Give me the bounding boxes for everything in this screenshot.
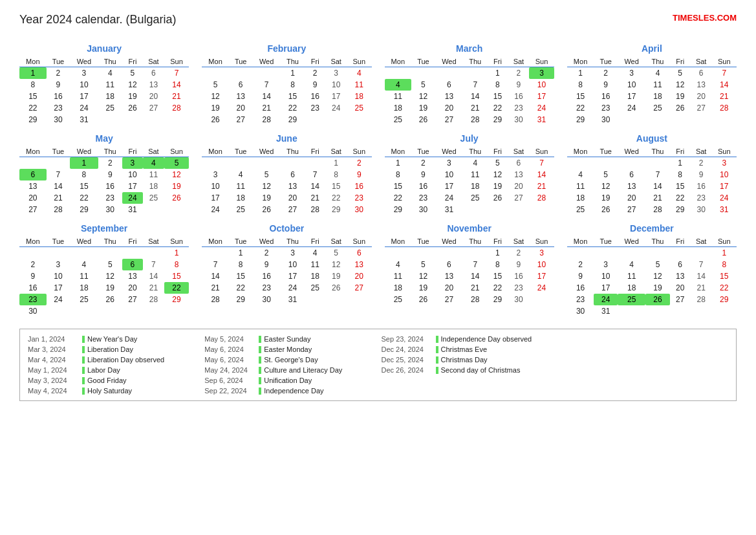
month-table: MonTueWedThuFriSatSun1234567891011121314…	[19, 236, 189, 317]
calendar-day: 24	[712, 192, 737, 204]
legend-date: Mar 3, 2024	[28, 345, 80, 353]
calendar-day: 30	[691, 204, 712, 215]
weekday-header: Fri	[305, 146, 325, 157]
calendar-day: 31	[594, 305, 618, 317]
calendar-day: 10	[202, 180, 229, 192]
weekday-header: Wed	[252, 236, 280, 247]
calendar-day: 8	[229, 259, 253, 270]
weekday-header: Sun	[164, 236, 189, 247]
calendar-day: 7	[202, 259, 229, 270]
calendar-day: 5	[98, 259, 122, 270]
weekday-header: Sat	[325, 146, 347, 157]
calendar-day: 21	[463, 282, 487, 294]
calendar-day: 3	[594, 259, 618, 270]
month-block-june: JuneMonTueWedThuFriSatSun123456789101112…	[202, 133, 371, 215]
calendar-day: 17	[529, 270, 554, 282]
calendar-day: 1	[567, 67, 594, 80]
legend-entry	[558, 377, 728, 384]
site-link[interactable]: TIMESLES.COM	[673, 13, 737, 23]
calendar-day: 20	[122, 282, 143, 294]
calendar-day: 24	[529, 282, 554, 294]
legend-entry	[558, 356, 728, 364]
weekday-header: Thu	[463, 236, 487, 247]
legend-entry: May 24, 2024Culture and Literacy Day	[204, 366, 374, 374]
calendar-day: 10	[70, 79, 98, 91]
weekday-header: Sat	[508, 146, 529, 157]
calendar-day: 3	[281, 247, 305, 259]
calendar-day: 15	[712, 270, 737, 282]
calendar-day: 22	[70, 192, 98, 204]
calendar-day: 2	[47, 67, 70, 80]
calendar-day	[19, 157, 47, 169]
calendar-day: 27	[19, 204, 47, 215]
calendar-day: 29	[487, 114, 508, 126]
calendar-day: 2	[567, 259, 594, 270]
calendar-day: 21	[712, 91, 737, 102]
calendar-day: 29	[19, 114, 47, 126]
calendar-day	[202, 157, 229, 169]
calendar-day: 7	[252, 79, 280, 91]
calendar-day: 28	[691, 294, 712, 305]
calendar-day: 3	[325, 67, 347, 80]
calendar-day: 15	[19, 91, 47, 102]
legend-date: May 24, 2024	[204, 366, 256, 374]
weekday-header: Wed	[618, 56, 645, 67]
calendar-day	[122, 305, 143, 317]
calendar-day	[143, 247, 164, 259]
calendar-day	[463, 67, 487, 80]
calendar-day: 1	[229, 247, 253, 259]
weekday-header: Mon	[202, 56, 229, 67]
legend-entry: Sep 6, 2024Unification Day	[204, 377, 374, 384]
calendar-day: 25	[385, 114, 412, 126]
calendar-day: 13	[435, 91, 463, 102]
legend-entry	[382, 387, 552, 395]
calendar-day: 18	[463, 180, 487, 192]
calendar-day: 15	[70, 180, 98, 192]
calendar-day: 26	[670, 102, 691, 114]
month-title: October	[202, 223, 371, 234]
calendar-day	[325, 294, 347, 305]
calendar-day: 3	[122, 157, 143, 169]
calendar-day: 20	[19, 192, 47, 204]
weekday-header: Sat	[325, 236, 347, 247]
calendar-day: 6	[347, 247, 371, 259]
calendar-day: 12	[202, 91, 229, 102]
calendar-day: 8	[325, 169, 347, 180]
calendar-day: 22	[487, 282, 508, 294]
calendar-day: 31	[529, 114, 554, 126]
weekday-header: Wed	[252, 146, 280, 157]
calendar-day: 30	[98, 204, 122, 215]
weekday-header: Mon	[385, 146, 412, 157]
calendar-day	[122, 247, 143, 259]
weekday-header: Fri	[670, 56, 691, 67]
calendar-day	[305, 157, 325, 169]
calendar-day: 2	[305, 67, 325, 80]
calendar-day: 28	[252, 114, 280, 126]
calendar-day: 18	[229, 192, 253, 204]
calendar-day: 14	[252, 91, 280, 102]
month-block-october: OctoberMonTueWedThuFriSatSun123456789101…	[202, 223, 371, 317]
legend-bar	[259, 336, 261, 343]
calendar-day: 16	[347, 180, 371, 192]
calendar-day: 1	[385, 157, 412, 169]
legend-name: Easter Monday	[264, 345, 312, 353]
legend-date: May 1, 2024	[28, 366, 80, 374]
calendar-day: 17	[712, 180, 737, 192]
month-title: February	[202, 43, 371, 54]
calendar-day: 18	[143, 180, 164, 192]
calendar-day	[411, 247, 435, 259]
weekday-header: Sun	[164, 56, 189, 67]
calendar-day	[229, 157, 253, 169]
calendar-day	[347, 114, 371, 126]
legend-name: Easter Sunday	[264, 335, 310, 343]
calendar-day: 18	[645, 91, 669, 102]
calendar-day: 20	[670, 282, 691, 294]
legend-entry: May 6, 2024Easter Monday	[204, 345, 374, 353]
calendar-day: 14	[712, 79, 737, 91]
month-block-april: AprilMonTueWedThuFriSatSun12345678910111…	[567, 43, 737, 126]
calendar-day: 22	[281, 102, 305, 114]
calendar-day	[487, 204, 508, 215]
legend-entry: Jan 1, 2024New Year's Day	[28, 335, 198, 343]
month-table: MonTueWedThuFriSatSun1234567891011121314…	[567, 56, 737, 126]
calendar-day: 1	[281, 67, 305, 80]
